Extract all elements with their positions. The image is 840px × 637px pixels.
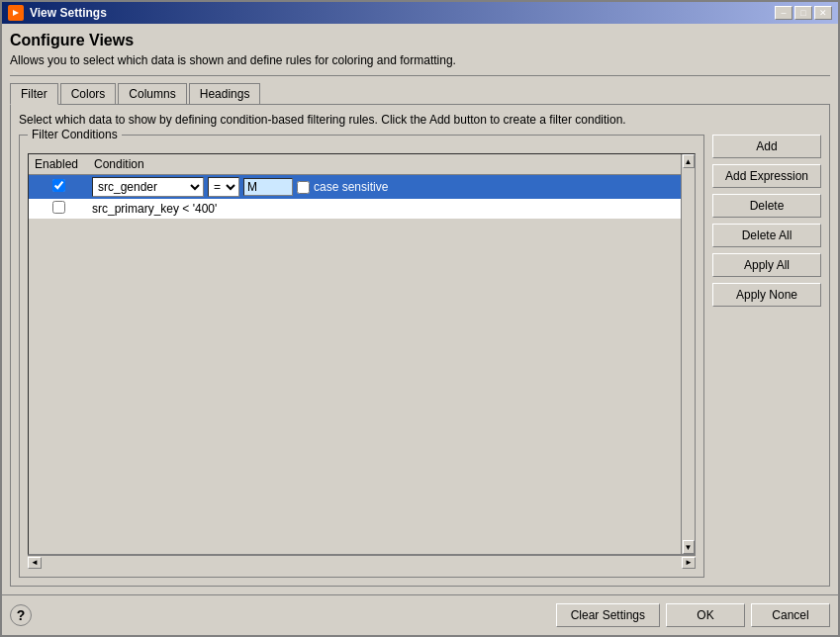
row1-case-sensitive-checkbox[interactable] xyxy=(297,181,310,194)
ok-button[interactable]: OK xyxy=(666,603,745,627)
title-bar: View Settings – □ ✕ xyxy=(2,2,838,24)
delete-all-button[interactable]: Delete All xyxy=(712,224,821,247)
row2-enabled-cell xyxy=(29,199,88,219)
window-content: Configure Views Allows you to select whi… xyxy=(2,24,838,594)
scroll-right-button[interactable]: ► xyxy=(682,557,696,569)
tab-filter[interactable]: Filter xyxy=(10,83,58,105)
add-expression-button[interactable]: Add Expression xyxy=(712,164,821,188)
close-button[interactable]: ✕ xyxy=(814,6,832,20)
page-description: Allows you to select which data is shown… xyxy=(10,53,830,67)
row2-condition-cell: src_primary_key < '400' xyxy=(88,199,681,219)
bottom-bar: ? Clear Settings OK Cancel xyxy=(2,594,838,635)
scroll-left-button[interactable]: ◄ xyxy=(28,557,42,569)
row1-condition-cell: src_gender src_primary_key = < > xyxy=(88,175,681,200)
row1-condition-inner: src_gender src_primary_key = < > xyxy=(92,177,677,197)
filter-conditions-group: Filter Conditions Enabled Condition xyxy=(19,135,704,578)
add-button[interactable]: Add xyxy=(712,135,821,158)
row1-operator-select[interactable]: = < > xyxy=(208,177,239,197)
row1-case-sensitive-label: case sensitive xyxy=(314,180,388,194)
main-window: View Settings – □ ✕ Configure Views Allo… xyxy=(0,0,840,637)
scroll-down-button[interactable]: ▼ xyxy=(683,540,695,554)
tab-bar: Filter Colors Columns Headings xyxy=(10,82,830,104)
col-condition: Condition xyxy=(88,154,681,175)
separator xyxy=(10,75,830,76)
page-title: Configure Views xyxy=(10,32,830,49)
row2-expression-text: src_primary_key < '400' xyxy=(92,202,217,216)
filter-description: Select which data to show by defining co… xyxy=(19,113,821,127)
col-enabled: Enabled xyxy=(29,154,88,175)
right-button-panel: Add Add Expression Delete Delete All App… xyxy=(712,135,821,578)
table-row[interactable]: src_gender src_primary_key = < > xyxy=(29,175,681,200)
delete-button[interactable]: Delete xyxy=(712,194,821,218)
tab-colors[interactable]: Colors xyxy=(60,83,117,105)
row1-value-input[interactable] xyxy=(243,178,293,196)
apply-all-button[interactable]: Apply All xyxy=(712,253,821,277)
clear-settings-button[interactable]: Clear Settings xyxy=(556,603,660,627)
tab-headings[interactable]: Headings xyxy=(189,83,261,105)
filter-table: Enabled Condition xyxy=(29,154,681,219)
scroll-up-button[interactable]: ▲ xyxy=(683,154,695,168)
tab-content-filter: Select which data to show by defining co… xyxy=(10,104,830,587)
row1-enabled-checkbox[interactable] xyxy=(52,179,65,192)
filter-section: Filter Conditions Enabled Condition xyxy=(19,135,821,578)
row1-enabled-cell xyxy=(29,175,88,200)
filter-conditions-inner: Enabled Condition xyxy=(20,136,703,577)
window-title: View Settings xyxy=(30,6,775,20)
row2-enabled-checkbox[interactable] xyxy=(52,201,65,214)
app-icon xyxy=(8,5,24,21)
row1-field-select[interactable]: src_gender src_primary_key xyxy=(92,177,204,197)
tab-columns[interactable]: Columns xyxy=(118,83,186,105)
scrollbar-horizontal[interactable]: ◄ ► xyxy=(28,555,696,569)
maximize-button[interactable]: □ xyxy=(794,6,812,20)
filter-table-wrapper: Enabled Condition xyxy=(28,153,696,555)
help-button[interactable]: ? xyxy=(10,604,32,626)
scrollbar-vertical[interactable]: ▲ ▼ xyxy=(681,154,695,554)
filter-table-inner[interactable]: Enabled Condition xyxy=(29,154,681,554)
bottom-right-buttons: Clear Settings OK Cancel xyxy=(556,603,830,627)
window-controls: – □ ✕ xyxy=(775,6,832,20)
filter-conditions-legend: Filter Conditions xyxy=(28,128,122,141)
apply-none-button[interactable]: Apply None xyxy=(712,283,821,307)
table-row[interactable]: src_primary_key < '400' xyxy=(29,199,681,219)
cancel-button[interactable]: Cancel xyxy=(751,603,830,627)
minimize-button[interactable]: – xyxy=(775,6,793,20)
